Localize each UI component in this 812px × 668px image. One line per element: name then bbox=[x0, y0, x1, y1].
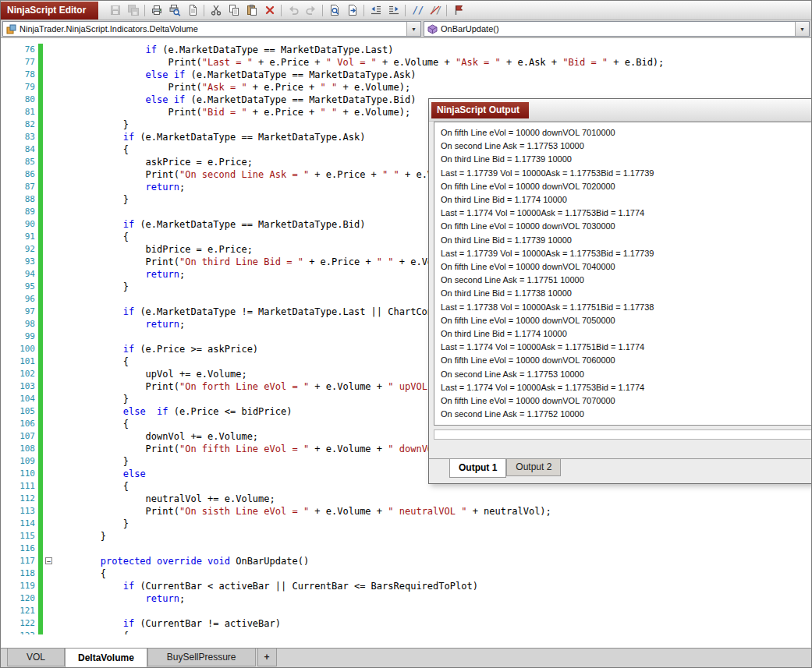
line-number: 92 bbox=[1, 243, 38, 256]
fold-margin bbox=[43, 243, 55, 256]
fold-margin bbox=[43, 567, 55, 580]
compile-icon[interactable] bbox=[449, 2, 467, 18]
fold-margin bbox=[43, 281, 55, 293]
code-line[interactable]: 76 if (e.MarketDataType == MarketDataTyp… bbox=[1, 44, 811, 56]
code-line[interactable]: 115 } bbox=[1, 530, 811, 543]
code-text: } bbox=[55, 193, 129, 206]
fold-margin bbox=[43, 106, 55, 118]
output-window-title: NinjaScript Output bbox=[431, 102, 529, 118]
fold-margin bbox=[43, 318, 55, 330]
outdent-icon[interactable] bbox=[367, 2, 385, 18]
output-title-bar[interactable]: NinjaScript Output bbox=[429, 99, 812, 122]
code-text: } bbox=[55, 281, 129, 293]
delete-icon[interactable] bbox=[261, 2, 278, 18]
line-number: 78 bbox=[1, 69, 38, 81]
print-icon[interactable] bbox=[147, 2, 165, 18]
cut-icon[interactable] bbox=[207, 2, 225, 18]
fold-margin bbox=[43, 505, 55, 518]
fold-margin bbox=[43, 181, 55, 193]
indent-icon[interactable] bbox=[385, 2, 402, 18]
code-line[interactable]: 116 bbox=[1, 543, 811, 555]
code-text: Print("On forth Line eVol = " + e.Volume… bbox=[55, 380, 438, 393]
page-setup-icon[interactable] bbox=[183, 2, 201, 18]
code-line[interactable]: 78 else if (e.MarketDataType == MarketDa… bbox=[1, 69, 811, 81]
line-number: 80 bbox=[1, 94, 38, 106]
code-line[interactable]: 77 Print("Last = " + e.Price + " Vol = "… bbox=[1, 56, 811, 69]
goto-line-icon[interactable] bbox=[343, 2, 361, 18]
code-text: return; bbox=[55, 592, 185, 605]
type-selector[interactable]: NinjaTrader.NinjaScript.Indicators.Delta… bbox=[2, 21, 421, 37]
line-number: 90 bbox=[1, 218, 38, 231]
line-number: 94 bbox=[1, 268, 38, 281]
fold-margin bbox=[43, 131, 55, 143]
code-line[interactable]: 113 Print("On sisth Line eVol = " + e.Vo… bbox=[1, 505, 811, 518]
output-tab-output-2[interactable]: Output 2 bbox=[506, 459, 561, 476]
line-number: 100 bbox=[1, 343, 38, 355]
code-text: { bbox=[55, 630, 129, 634]
output-tab-output-1[interactable]: Output 1 bbox=[449, 458, 506, 478]
code-line[interactable]: 112 neutralVol += e.Volume; bbox=[1, 493, 811, 505]
fold-margin: − bbox=[43, 555, 55, 567]
redo-icon[interactable] bbox=[302, 2, 320, 18]
code-line[interactable]: 120 return; bbox=[1, 592, 811, 605]
line-number: 88 bbox=[1, 193, 38, 206]
fold-margin bbox=[43, 405, 55, 418]
title-bar[interactable]: NinjaScript Editor //// bbox=[1, 1, 811, 20]
script-tab-buysellpressure[interactable]: BuySellPressure bbox=[147, 649, 256, 666]
output-line: Last = 1.1774 Vol = 10000Ask = 1.17753Bi… bbox=[441, 207, 812, 220]
save-icon[interactable] bbox=[106, 2, 124, 18]
output-lines: On fifth Line eVol = 10000 downVOL 70100… bbox=[441, 126, 812, 421]
toolbar-separator bbox=[322, 5, 323, 16]
line-number: 87 bbox=[1, 181, 38, 193]
code-text: return; bbox=[55, 181, 185, 193]
code-text: bidPrice = e.Price; bbox=[55, 243, 253, 256]
chevron-down-icon[interactable]: ▼ bbox=[406, 22, 420, 36]
add-script-tab-button[interactable]: + bbox=[257, 649, 277, 666]
uncomment-icon[interactable]: // bbox=[426, 2, 444, 18]
find-icon[interactable] bbox=[325, 2, 343, 18]
line-number: 93 bbox=[1, 256, 38, 268]
code-text: if (e.Price >= askPrice) bbox=[55, 343, 258, 355]
output-line: On third Line Bid = 1.17738 10000 bbox=[441, 287, 812, 300]
script-tab-vol[interactable]: VOL bbox=[7, 649, 65, 666]
code-line[interactable]: 121 bbox=[1, 605, 811, 617]
code-line[interactable]: 117− protected override void OnBarUpdate… bbox=[1, 555, 811, 567]
paste-icon[interactable] bbox=[243, 2, 261, 18]
collapse-icon[interactable]: − bbox=[45, 557, 52, 564]
line-number: 123 bbox=[1, 630, 38, 634]
output-line: On fifth Line eVol = 10000 downVOL 70600… bbox=[441, 354, 812, 367]
code-text: Print("On sisth Line eVol = " + e.Volume… bbox=[55, 505, 551, 518]
chevron-down-icon[interactable]: ▼ bbox=[795, 22, 809, 36]
method-icon bbox=[427, 24, 438, 34]
line-number: 105 bbox=[1, 405, 38, 418]
save-all-icon[interactable] bbox=[124, 2, 142, 18]
code-line[interactable]: 123 { bbox=[1, 630, 811, 634]
script-tab-deltavolume[interactable]: DeltaVolume bbox=[65, 649, 147, 668]
code-text: if (CurrentBar != activeBar) bbox=[55, 617, 281, 630]
print-preview-icon[interactable] bbox=[165, 2, 183, 18]
code-line[interactable]: 118 { bbox=[1, 567, 811, 580]
output-content[interactable]: On fifth Line eVol = 10000 downVOL 70100… bbox=[434, 122, 812, 426]
code-text: if (CurrentBar < activeBar || CurrentBar… bbox=[55, 580, 478, 592]
output-horizontal-scrollbar[interactable] bbox=[434, 429, 812, 440]
type-selector-value: NinjaTrader.NinjaScript.Indicators.Delta… bbox=[20, 24, 198, 34]
output-line: On fifth Line eVol = 10000 downVOL 70100… bbox=[441, 126, 812, 140]
code-line[interactable]: 122 if (CurrentBar != activeBar) bbox=[1, 617, 811, 630]
undo-icon[interactable] bbox=[284, 2, 302, 18]
toolbar-separator bbox=[144, 5, 145, 16]
line-number: 85 bbox=[1, 156, 38, 168]
svg-text://: // bbox=[413, 5, 424, 16]
member-selector[interactable]: OnBarUpdate() ▼ bbox=[424, 21, 810, 37]
fold-margin bbox=[43, 393, 55, 405]
copy-icon[interactable] bbox=[225, 2, 243, 18]
code-line[interactable]: 119 if (CurrentBar < activeBar || Curren… bbox=[1, 580, 811, 592]
code-line[interactable]: 79 Print("Ask = " + e.Price + " " + e.Vo… bbox=[1, 81, 811, 94]
line-number: 102 bbox=[1, 368, 38, 380]
fold-margin bbox=[43, 56, 55, 69]
code-line[interactable]: 114 } bbox=[1, 518, 811, 530]
line-number: 89 bbox=[1, 206, 38, 218]
line-number: 114 bbox=[1, 518, 38, 530]
comment-icon[interactable]: // bbox=[408, 2, 426, 18]
output-line: On third Line Bid = 1.17739 10000 bbox=[441, 153, 812, 166]
code-text: Print("Last = " + e.Price + " Vol = " + … bbox=[55, 56, 664, 69]
